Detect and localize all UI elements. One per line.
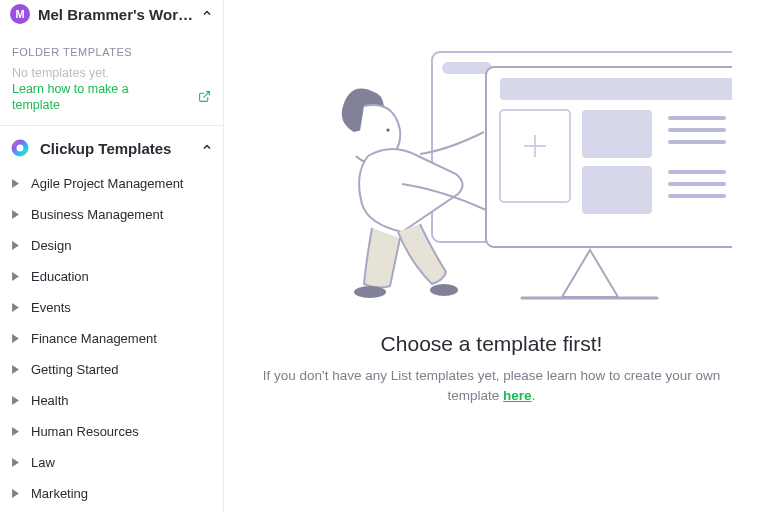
chevron-right-icon <box>12 300 19 315</box>
category-label: Finance Management <box>31 331 157 346</box>
empty-templates-text: No templates yet. <box>0 64 223 82</box>
category-item[interactable]: Education <box>0 261 223 292</box>
svg-marker-5 <box>12 241 19 250</box>
category-item[interactable]: Finance Management <box>0 323 223 354</box>
clickup-templates-header[interactable]: Clickup Templates <box>0 126 223 168</box>
svg-marker-12 <box>12 458 19 467</box>
chevron-right-icon <box>12 176 19 191</box>
svg-rect-23 <box>582 166 652 214</box>
empty-state-illustration <box>224 12 759 302</box>
empty-state-headline: Choose a template first! <box>381 332 603 356</box>
svg-point-33 <box>354 286 386 298</box>
chevron-right-icon <box>12 486 19 501</box>
svg-marker-7 <box>12 303 19 312</box>
external-link-icon[interactable] <box>198 90 211 106</box>
svg-point-30 <box>348 94 356 102</box>
svg-line-0 <box>203 91 209 97</box>
category-item[interactable]: Law <box>0 447 223 478</box>
learn-here-link[interactable]: here <box>503 388 532 403</box>
template-category-list: Agile Project Management Business Manage… <box>0 168 223 509</box>
chevron-right-icon <box>12 424 19 439</box>
svg-marker-8 <box>12 334 19 343</box>
category-label: Design <box>31 238 71 253</box>
category-item[interactable]: Getting Started <box>0 354 223 385</box>
chevron-right-icon <box>12 207 19 222</box>
chevron-up-icon[interactable] <box>201 140 213 156</box>
chevron-right-icon <box>12 393 19 408</box>
svg-marker-10 <box>12 396 19 405</box>
chevron-right-icon <box>12 238 19 253</box>
category-label: Health <box>31 393 69 408</box>
subline-prefix: If you don't have any List templates yet… <box>263 368 720 403</box>
svg-marker-9 <box>12 365 19 374</box>
sidebar: M Mel Brammer's Wor… FOLDER TEMPLATES No… <box>0 0 224 512</box>
svg-marker-13 <box>12 489 19 498</box>
category-label: Law <box>31 455 55 470</box>
category-label: Agile Project Management <box>31 176 183 191</box>
clickup-logo-icon <box>10 138 30 158</box>
empty-state-subline: If you don't have any List templates yet… <box>257 366 727 407</box>
chevron-right-icon <box>12 455 19 470</box>
category-item[interactable]: Marketing <box>0 478 223 509</box>
folder-templates-label: FOLDER TEMPLATES <box>0 32 223 64</box>
category-item[interactable]: Design <box>0 230 223 261</box>
svg-rect-18 <box>500 78 732 100</box>
svg-point-31 <box>342 108 350 116</box>
learn-template-link[interactable]: Learn how to make a template <box>12 82 162 113</box>
svg-point-2 <box>17 145 24 152</box>
svg-marker-3 <box>12 179 19 188</box>
svg-marker-4 <box>12 210 19 219</box>
svg-point-32 <box>386 128 389 131</box>
category-label: Human Resources <box>31 424 139 439</box>
chevron-right-icon <box>12 331 19 346</box>
main-content: Choose a template first! If you don't ha… <box>224 0 759 512</box>
svg-rect-22 <box>582 110 652 158</box>
category-label: Marketing <box>31 486 88 501</box>
category-label: Getting Started <box>31 362 118 377</box>
svg-marker-11 <box>12 427 19 436</box>
category-item[interactable]: Events <box>0 292 223 323</box>
category-item[interactable]: Health <box>0 385 223 416</box>
subline-suffix: . <box>532 388 536 403</box>
category-item[interactable]: Business Management <box>0 199 223 230</box>
category-label: Education <box>31 269 89 284</box>
chevron-up-icon[interactable] <box>201 6 213 22</box>
chevron-right-icon <box>12 269 19 284</box>
clickup-templates-title: Clickup Templates <box>40 140 191 157</box>
chevron-right-icon <box>12 362 19 377</box>
workspace-name: Mel Brammer's Wor… <box>38 6 193 23</box>
category-label: Events <box>31 300 71 315</box>
workspace-header[interactable]: M Mel Brammer's Wor… <box>0 0 223 32</box>
svg-rect-15 <box>442 62 492 74</box>
svg-marker-6 <box>12 272 19 281</box>
workspace-avatar: M <box>10 4 30 24</box>
category-label: Business Management <box>31 207 163 222</box>
category-item[interactable]: Agile Project Management <box>0 168 223 199</box>
svg-point-34 <box>430 284 458 296</box>
category-item[interactable]: Human Resources <box>0 416 223 447</box>
